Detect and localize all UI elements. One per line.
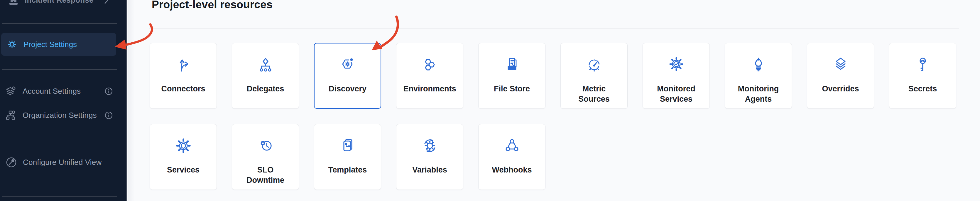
card-label: Services (167, 165, 199, 175)
sidebar-item-label: Configure Unified View (23, 158, 102, 167)
title-divider (149, 29, 959, 29)
sidebar-item-project-settings[interactable]: Project Settings (1, 33, 116, 56)
sidebar-item-label: Organization Settings (22, 111, 97, 120)
card-variables[interactable]: Variables (396, 124, 463, 190)
card-label: Overrides (822, 84, 859, 94)
card-secrets[interactable]: Secrets (889, 43, 956, 109)
gear-icon (7, 39, 18, 49)
variables-icon (420, 136, 439, 155)
sidebar-item-account-settings[interactable]: Account Settings (0, 79, 127, 103)
card-label: Monitored Services (657, 84, 695, 104)
card-monitoring-agents[interactable]: Monitoring Agents (725, 43, 792, 109)
incident-response-icon (7, 0, 20, 6)
card-webhooks[interactable]: Webhooks (478, 124, 546, 190)
page-title: Project-level resources (152, 0, 272, 11)
templates-icon (338, 136, 357, 155)
sidebar-item-organization-settings[interactable]: Organization Settings (0, 104, 127, 127)
card-slo-downtime[interactable]: SLO Downtime (232, 124, 299, 190)
sidebar-divider (2, 23, 117, 24)
card-label: SLO Downtime (247, 165, 284, 185)
slo-downtime-icon (256, 136, 275, 155)
card-services[interactable]: Services (150, 124, 217, 190)
resource-cards-row-1: Connectors Delegates Discovery Environme… (150, 43, 956, 109)
card-label: Templates (328, 165, 367, 175)
card-environments[interactable]: Environments (396, 43, 463, 109)
overrides-icon (831, 55, 850, 74)
wrench-circle-icon (6, 157, 17, 168)
card-overrides[interactable]: Overrides (807, 43, 874, 109)
card-label: Delegates (247, 84, 284, 94)
layers-gear-icon (5, 86, 16, 97)
sidebar-item-incident-response[interactable]: Incident Response (0, 0, 127, 11)
resource-cards-row-2: Services SLO Downtime Templates Variable… (150, 124, 546, 190)
card-label: Webhooks (492, 165, 532, 175)
card-metric-sources[interactable]: Metric Sources (560, 43, 628, 109)
file-store-icon (503, 55, 522, 74)
card-monitored-services[interactable]: Monitored Services (643, 43, 710, 109)
environments-icon (420, 55, 439, 74)
sidebar-item-label: Account Settings (22, 87, 81, 96)
info-icon[interactable] (105, 87, 113, 95)
card-templates[interactable]: Templates (314, 124, 381, 190)
monitoring-agents-icon (749, 55, 768, 74)
sidebar-item-label: Project Settings (24, 40, 77, 49)
card-label: Monitoring Agents (738, 84, 779, 104)
org-chart-gear-icon (5, 110, 16, 121)
card-label: Discovery (329, 84, 366, 94)
secrets-icon (913, 55, 932, 74)
webhooks-icon (503, 136, 522, 155)
sidebar: Incident Response Project Settings (0, 0, 127, 201)
card-connectors[interactable]: Connectors (150, 43, 217, 109)
metric-sources-icon (585, 55, 603, 74)
main-content: Project-level resources Connectors Deleg… (128, 0, 980, 201)
app-window: Incident Response Project Settings (0, 0, 980, 201)
card-label: Connectors (161, 84, 205, 94)
sidebar-divider (2, 196, 117, 196)
card-discovery[interactable]: Discovery (314, 43, 381, 109)
card-label: Metric Sources (578, 84, 610, 104)
sidebar-item-configure-unified-view[interactable]: Configure Unified View (0, 150, 127, 174)
card-label: Secrets (908, 84, 937, 94)
services-icon (174, 136, 193, 155)
card-label: File Store (494, 84, 530, 94)
sidebar-item-label: Incident Response (25, 0, 94, 5)
chevron-right-icon (104, 0, 109, 4)
discovery-icon (338, 55, 357, 74)
content-edge-shading (128, 0, 134, 201)
card-file-store[interactable]: File Store (478, 43, 546, 109)
card-label: Variables (412, 165, 447, 175)
info-icon[interactable] (105, 112, 113, 119)
connectors-icon (174, 55, 193, 74)
monitored-services-icon (667, 55, 686, 74)
card-label: Environments (403, 84, 456, 94)
delegates-icon (256, 55, 275, 74)
sidebar-divider (2, 141, 117, 141)
sidebar-divider (2, 69, 117, 70)
card-delegates[interactable]: Delegates (232, 43, 299, 109)
